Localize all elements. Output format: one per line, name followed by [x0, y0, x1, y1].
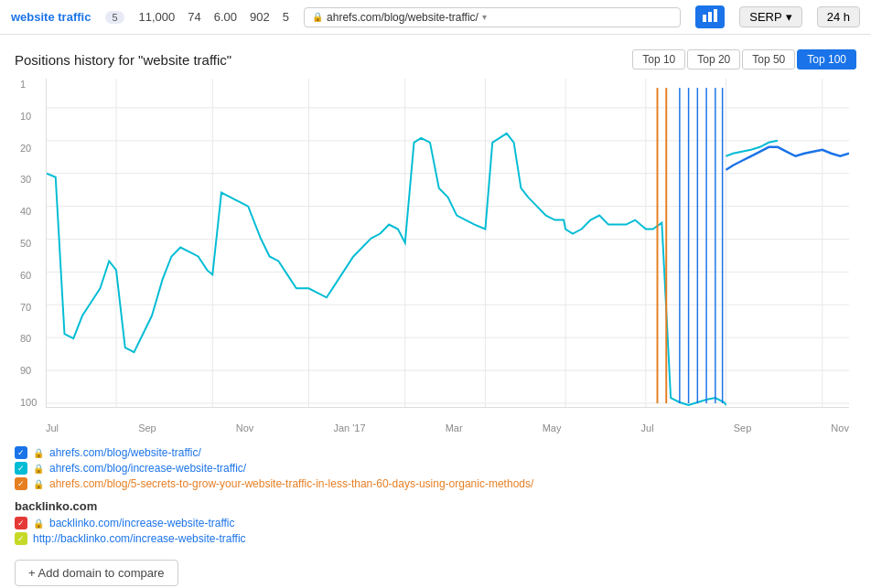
stat-count: 5: [283, 10, 289, 24]
legend-item-ahrefs-2[interactable]: ✓ 🔒 ahrefs.com/blog/increase-website-tra…: [15, 462, 856, 475]
legend-item-ahrefs-3[interactable]: ✓ 🔒 ahrefs.com/blog/5-secrets-to-grow-yo…: [15, 477, 856, 490]
x-label-nov: Nov: [236, 422, 254, 433]
time-button[interactable]: 24 h: [817, 6, 860, 27]
legend-lock-icon-bl-1: 🔒: [33, 519, 44, 529]
legend-url-ahrefs-2[interactable]: ahrefs.com/blog/increase-website-traffic…: [49, 462, 246, 475]
legend-item-ahrefs-1[interactable]: ✓ 🔒 ahrefs.com/blog/website-traffic/: [15, 446, 856, 459]
svg-rect-1: [708, 12, 712, 22]
x-label-jul2: Jul: [641, 422, 654, 433]
chart-header: Positions history for "website traffic" …: [15, 49, 856, 69]
legend-url-backlinko-1[interactable]: backlinko.com/increase-website-traffic: [49, 517, 235, 529]
legend-lock-icon-1: 🔒: [33, 448, 44, 458]
stat-volume: 11,000: [139, 10, 176, 24]
add-domain-button[interactable]: + Add domain to compare: [15, 560, 178, 586]
legend-checkbox-backlinko-2[interactable]: ✓: [15, 532, 27, 545]
legend-checkbox-backlinko-1[interactable]: ✓: [15, 517, 27, 529]
top10-button[interactable]: Top 10: [632, 49, 685, 69]
legend-item-backlinko-1[interactable]: ✓ 🔒 backlinko.com/increase-website-traff…: [15, 517, 856, 529]
legend-item-backlinko-2[interactable]: ✓ http://backlinko.com/increase-website-…: [15, 532, 856, 545]
url-dropdown-arrow: ▾: [482, 12, 487, 22]
ahrefs-legend-group: ✓ 🔒 ahrefs.com/blog/website-traffic/ ✓ 🔒…: [15, 446, 856, 490]
chart-wrapper: 1 10 20 30 40 50 60 70 80 90 100: [46, 79, 849, 408]
keyword-badge: 5: [105, 11, 124, 24]
legend-url-ahrefs-3[interactable]: ahrefs.com/blog/5-secrets-to-grow-your-w…: [49, 477, 533, 490]
stat-traffic: 902: [250, 10, 270, 24]
top20-button[interactable]: Top 20: [687, 49, 740, 69]
legend-lock-icon-2: 🔒: [33, 464, 44, 474]
serp-button[interactable]: SERP ▾: [739, 6, 801, 27]
backlinko-group-title: backlinko.com: [15, 499, 856, 513]
x-axis: Jul Sep Nov Jan '17 Mar May Jul Sep Nov: [46, 422, 849, 433]
chart-svg: [47, 79, 849, 407]
chart-area: [46, 79, 849, 408]
keyword-label[interactable]: website traffic: [11, 10, 91, 24]
top50-button[interactable]: Top 50: [742, 49, 795, 69]
legend-checkbox-ahrefs-1[interactable]: ✓: [15, 446, 27, 459]
legend-lock-icon-3: 🔒: [33, 479, 44, 489]
x-label-mar: Mar: [446, 422, 463, 433]
legend-url-ahrefs-1[interactable]: ahrefs.com/blog/website-traffic/: [49, 446, 201, 459]
legend-url-backlinko-2[interactable]: http://backlinko.com/increase-website-tr…: [33, 532, 246, 545]
main-content: Positions history for "website traffic" …: [0, 35, 871, 588]
x-label-nov2: Nov: [831, 422, 849, 433]
url-block[interactable]: 🔒 ahrefs.com/blog/website-traffic/ ▾: [304, 7, 681, 27]
stat-cpc: 6.00: [214, 10, 237, 24]
backlinko-legend-group: backlinko.com ✓ 🔒 backlinko.com/increase…: [15, 499, 856, 545]
x-label-may: May: [543, 422, 562, 433]
serp-arrow: ▾: [786, 10, 792, 24]
legend-checkbox-ahrefs-2[interactable]: ✓: [15, 462, 27, 475]
legend-checkbox-ahrefs-3[interactable]: ✓: [15, 477, 27, 490]
svg-rect-0: [703, 15, 706, 22]
top-buttons: Top 10 Top 20 Top 50 Top 100: [632, 49, 856, 69]
x-label-jan17: Jan '17: [333, 422, 365, 433]
svg-rect-2: [714, 9, 717, 22]
lock-icon: 🔒: [312, 12, 323, 22]
x-label-jul: Jul: [46, 422, 59, 433]
url-text: ahrefs.com/blog/website-traffic/: [327, 11, 479, 24]
chart-title: Positions history for "website traffic": [15, 52, 231, 68]
top-stats: 11,000 74 6.00 902 5: [139, 10, 289, 24]
top-bar: website traffic 5 11,000 74 6.00 902 5 🔒…: [0, 0, 871, 35]
x-label-sep2: Sep: [734, 422, 752, 433]
serp-label: SERP: [749, 10, 781, 24]
y-axis: 1 10 20 30 40 50 60 70 80 90 100: [20, 79, 37, 408]
top100-button[interactable]: Top 100: [797, 49, 856, 69]
chart-icon-button[interactable]: [695, 5, 725, 28]
x-label-sep: Sep: [138, 422, 156, 433]
stat-kd: 74: [188, 10, 200, 24]
